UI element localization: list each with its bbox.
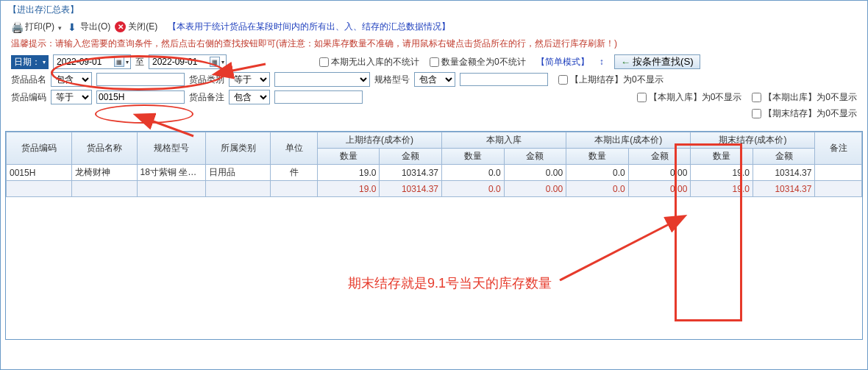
calendar-icon[interactable]: ▦ <box>210 57 220 67</box>
no-inout-checkbox[interactable]: 本期无出入库的不统计 <box>319 56 419 68</box>
product-code-op[interactable]: 等于 <box>51 90 92 104</box>
category-label: 货品类别 <box>189 74 224 86</box>
col-end-qty[interactable]: 数量 <box>691 149 753 165</box>
col-out-amt[interactable]: 金额 <box>628 149 691 165</box>
data-table: 货品编码 货品名称 规格型号 所属类别 单位 上期结存(成本价) 本期入库 本期… <box>6 132 862 197</box>
col-last-amt[interactable]: 金额 <box>380 149 442 165</box>
close-label: 关闭(E) <box>128 21 157 33</box>
window-title: 【进出存汇总表】 <box>1 1 867 19</box>
close-icon: ✕ <box>115 21 126 32</box>
category-op[interactable]: 等于 <box>229 72 270 87</box>
date-separator: 至 <box>135 56 144 68</box>
export-button[interactable]: ⬇ 导出(O) <box>66 21 110 33</box>
printer-icon: 🖨️ <box>11 21 23 33</box>
close-button[interactable]: ✕ 关闭(E) <box>115 21 157 33</box>
spec-op[interactable]: 包含 <box>414 72 455 87</box>
product-name-op[interactable]: 包含 <box>51 72 92 87</box>
date-from-input[interactable] <box>55 56 113 68</box>
remark-label: 货品备注 <box>189 91 224 104</box>
arrow-icon: ↕ <box>600 57 604 67</box>
search-button[interactable]: 按条件查找(S) <box>614 54 700 69</box>
col-last-stock[interactable]: 上期结存(成本价) <box>317 132 441 149</box>
col-last-qty[interactable]: 数量 <box>317 149 380 165</box>
calendar-icon[interactable]: ▦ <box>114 57 124 67</box>
dropdown-caret-icon[interactable]: ▾ <box>221 59 224 65</box>
export-label: 导出(O) <box>80 21 110 33</box>
hint-text: 温馨提示：请输入您需要的查询条件，然后点击右侧的查找按钮即可(请注意：如果库存数… <box>1 36 867 53</box>
last-stock-hide-checkbox[interactable]: 【上期结存】为0不显示 <box>558 74 664 86</box>
col-category[interactable]: 所属类别 <box>205 132 271 165</box>
end-hide-checkbox[interactable]: 【期末结存】为0不显示 <box>752 107 857 120</box>
col-spec[interactable]: 规格型号 <box>137 132 205 165</box>
dropdown-caret-icon[interactable]: ▾ <box>126 59 129 65</box>
category-select[interactable] <box>274 72 370 87</box>
spec-input[interactable] <box>460 73 548 86</box>
export-icon: ⬇ <box>66 21 78 33</box>
product-code-input[interactable] <box>96 90 185 104</box>
product-code-label: 货品编码 <box>11 91 46 104</box>
zero-amount-checkbox[interactable]: 数量金额全为0不统计 <box>430 56 526 68</box>
date-to-box[interactable]: ▦▾ <box>149 54 227 69</box>
col-remark[interactable]: 备注 <box>815 132 862 165</box>
total-row: ..... 19.0 10314.37 0.0 0.00 0.0 0.00 19… <box>7 181 862 197</box>
product-name-input[interactable] <box>96 73 185 86</box>
date-to-input[interactable] <box>151 56 208 68</box>
col-code[interactable]: 货品编码 <box>7 132 72 165</box>
col-unit[interactable]: 单位 <box>271 132 317 165</box>
dropdown-caret-icon <box>57 22 62 32</box>
col-name[interactable]: 货品名称 <box>71 132 137 165</box>
product-name-label: 货品品名 <box>11 74 46 86</box>
col-out-qty[interactable]: 数量 <box>566 149 629 165</box>
col-end-stock[interactable]: 期末结存(成本价) <box>691 132 815 149</box>
data-table-container: 货品编码 货品名称 规格型号 所属类别 单位 上期结存(成本价) 本期入库 本期… <box>5 131 863 340</box>
toolbar: 🖨️ 打印(P) ⬇ 导出(O) ✕ 关闭(E) 【本表用于统计货品在某段时间内… <box>1 19 867 36</box>
col-end-amt[interactable]: 金额 <box>753 149 815 165</box>
spec-label: 规格型号 <box>374 74 410 86</box>
date-from-box[interactable]: ▦▾ <box>53 54 131 69</box>
remark-input[interactable] <box>274 90 363 104</box>
print-label: 打印(P) <box>25 21 54 33</box>
filter-panel: 日期： ▦▾ 至 ▦▾ 本期无出入库的不统计 数量金额全为0不统计 【简单模式】… <box>1 53 867 128</box>
col-out-period[interactable]: 本期出库(成本价) <box>566 132 691 149</box>
date-label[interactable]: 日期： <box>11 55 49 69</box>
table-row[interactable]: 0015H 龙椅财神 18寸紫铜 坐… 日用品 件 19.0 10314.37 … <box>7 165 862 181</box>
print-button[interactable]: 🖨️ 打印(P) <box>11 21 62 33</box>
toolbar-description: 【本表用于统计货品在某段时间内的所有出、入、结存的汇总数据情况】 <box>168 21 450 33</box>
out-hide-checkbox[interactable]: 【本期出库】为0不显示 <box>752 91 857 104</box>
remark-op[interactable]: 包含 <box>229 90 270 104</box>
col-in-amt[interactable]: 金额 <box>504 149 566 165</box>
col-in-period[interactable]: 本期入库 <box>442 132 566 149</box>
col-in-qty[interactable]: 数量 <box>442 149 505 165</box>
simple-mode-link[interactable]: 【简单模式】 <box>536 56 589 68</box>
in-hide-checkbox[interactable]: 【本期入库】为0不显示 <box>637 91 742 104</box>
